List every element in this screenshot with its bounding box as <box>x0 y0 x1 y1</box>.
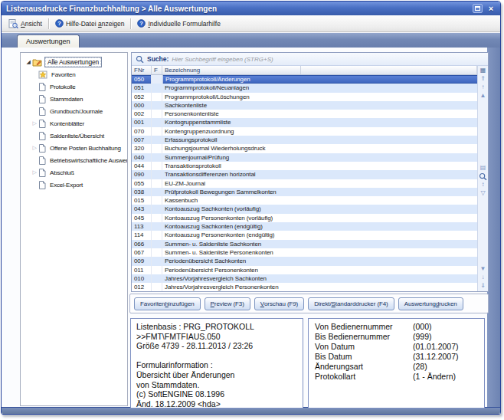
table-row[interactable]: 011Periodenübersicht Personenkonten <box>132 266 477 274</box>
tree-item-abschluß[interactable]: ▷Abschluß <box>21 166 127 179</box>
table-row[interactable]: 001Kontogruppenstammliste <box>132 118 477 126</box>
cell-f <box>152 257 162 265</box>
column-header-bezeichnung[interactable]: Bezeichnung <box>162 66 301 74</box>
scroll-bottom-icon[interactable]: ⇓ <box>478 282 488 290</box>
table-row[interactable]: 114Kontoauszug Personenkonten (endgültig… <box>132 231 477 239</box>
column-header-f[interactable]: F <box>152 66 162 74</box>
scroll-top-icon[interactable]: ⇑ <box>478 75 488 83</box>
table-row[interactable]: 051Programmprotokoll/Neuanlagen <box>132 84 477 92</box>
tab-auswertungen[interactable]: Auswertungen <box>17 34 80 48</box>
restore-window-button[interactable] <box>473 4 483 13</box>
tree-item-grundbuch-journale[interactable]: Grundbuch/Journale <box>21 105 127 117</box>
table-row[interactable]: 043Kontoauszug Sachkonten (vorläufig) <box>132 205 477 213</box>
document-icon <box>38 144 46 153</box>
table-row[interactable]: 000Sachkontenliste <box>132 101 477 110</box>
tree-item-betriebswirtschaftliche-auswertungen[interactable]: Betriebswirtschaftliche Auswertungen <box>21 154 127 166</box>
tree-item-favoriten[interactable]: Favoriten <box>21 68 127 80</box>
tree-expanded-icon[interactable]: ◢ <box>25 59 32 65</box>
cell-f <box>152 205 162 213</box>
title-bar[interactable]: Listenausdrucke Finanzbuchhaltung > Alle… <box>2 2 500 15</box>
table-row[interactable]: 007Erfassungsprotokoll <box>132 136 477 144</box>
search-small-icon[interactable] <box>478 172 488 180</box>
table-row[interactable]: 320Buchungsjournal Wiederholungsdruck <box>132 144 477 153</box>
scroll-strip-bottom: ▼↓⇓ <box>478 265 488 290</box>
ansicht-button[interactable]: Ansicht <box>5 18 46 30</box>
tree-expand-icon[interactable]: ▷ <box>31 145 38 151</box>
cell-bezeichnung: Summen- u. Saldenliste Sachkonten <box>162 240 301 248</box>
table-row[interactable]: 052Programmprotokoll/Löschungen <box>132 93 477 101</box>
column-header-empty[interactable] <box>301 66 477 74</box>
preview-f3-button[interactable]: Preview (F3) <box>205 297 250 310</box>
cell-bezeichnung: EU-ZM-Journal <box>162 179 301 188</box>
table-row[interactable]: 067Summen- u. Saldenliste Personenkonten <box>132 248 477 257</box>
toolbar: Ansicht?Hilfe-Datei anzeigen?Individuell… <box>2 15 500 32</box>
form-info-line: Formularinformation : <box>136 360 299 370</box>
parameter-row-bis-datum: Bis Datum(31.12.2007) <box>315 352 479 362</box>
table-row[interactable]: 050Programmprotokoll/Änderungen <box>132 75 477 84</box>
scroll-strip-middle: ▤↕▽ <box>478 164 488 197</box>
column-options-icon[interactable]: ▦ <box>478 67 488 74</box>
vorschau-f9-button[interactable]: Vorschau (F9) <box>254 297 304 310</box>
cell-empty <box>301 144 477 153</box>
parameter-label: Protokollart <box>315 372 413 382</box>
tree-item-kontenblätter[interactable]: ▷Kontenblätter <box>21 117 127 130</box>
parameter-row-von-bedienernummer: Von Bedienernummer(000) <box>315 322 479 332</box>
search-input[interactable] <box>172 56 486 63</box>
page-up-icon[interactable]: ▲ <box>478 92 488 100</box>
table-row[interactable]: 066Summen- u. Saldenliste Sachkonten <box>132 240 477 248</box>
screen: Listenausdrucke Finanzbuchhaltung > Alle… <box>0 0 504 420</box>
parameter-value: (000) <box>413 322 432 332</box>
print-report-button[interactable]: Auswertung drucken <box>398 297 463 310</box>
close-button[interactable]: × <box>486 4 496 13</box>
column-header-fnr[interactable]: FNr <box>132 66 152 74</box>
table-row[interactable]: 070Kontengruppenzuordnung <box>132 127 477 136</box>
table-scroll-strip: ▦⇑↑▲▤↕▽▼↓⇓ <box>477 66 488 291</box>
cell-f <box>152 222 162 231</box>
tree-expand-icon[interactable]: ▷ <box>31 169 38 176</box>
table-row[interactable]: 044Transaktionsprotokoll <box>132 162 477 170</box>
parameter-label: Von Datum <box>315 342 413 352</box>
parameter-row-von-datum: Von Datum(01.01.2007) <box>315 342 479 352</box>
table-row[interactable]: 113Kontoauszug Sachkonten (endgültig) <box>132 222 477 231</box>
cell-bezeichnung: Periodenübersicht Sachkonten <box>162 257 301 265</box>
tree-item-label: Kontenblätter <box>48 120 86 127</box>
help-file-button[interactable]: ?Hilfe-Datei anzeigen <box>51 18 129 29</box>
filter-icon[interactable]: ▽ <box>478 189 488 197</box>
scroll-down-icon[interactable]: ↓ <box>478 274 488 281</box>
cell-fnr: 009 <box>132 257 152 265</box>
table-row[interactable]: 090Transaktionsdifferenzen horizontal <box>132 170 477 179</box>
table-row[interactable]: 055EU-ZM-Journal <box>132 179 477 188</box>
tree-item-saldenliste-übersicht[interactable]: Saldenliste/Übersicht <box>21 130 127 142</box>
table-row[interactable]: 010Jahres/Vorjahresvergleich Sachkonten <box>132 274 477 283</box>
individual-form-help-button[interactable]: ?Individuelle Formularhilfe <box>133 18 224 29</box>
sort-icon[interactable]: ↕ <box>478 181 488 189</box>
parameter-row-bis-bedienernummer: Bis Bedienernummer(999) <box>315 332 479 342</box>
close-icon: × <box>489 4 493 13</box>
tree-item-excel-export[interactable]: Excel-Export <box>21 179 127 191</box>
table-row[interactable]: 009Periodenübersicht Sachkonten <box>132 257 477 265</box>
table-row[interactable]: 015Kassenbuch <box>132 196 477 205</box>
add-favorites-button[interactable]: Favoriten hinzufügen <box>134 297 201 310</box>
table-row[interactable]: 040Summenjournal/Prüfung <box>132 153 477 162</box>
table-row[interactable]: 038Prüfprotokoll Bewegungen Sammelkonten <box>132 188 477 196</box>
table-row[interactable]: 045Kontoauszug Personenkonten (vorläufig… <box>132 214 477 222</box>
tree-root-alle-auswertungen[interactable]: ◢Alle Auswertungen <box>21 56 127 68</box>
cell-bezeichnung: Jahres/Vorjahresvergleich Sachkonten <box>162 274 301 283</box>
cell-f <box>152 266 162 274</box>
tree-expand-icon[interactable]: ▷ <box>31 120 38 126</box>
tree-item-protokolle[interactable]: Protokolle <box>21 80 127 93</box>
cell-fnr: 010 <box>132 274 152 283</box>
scroll-up-icon[interactable]: ↑ <box>478 84 488 91</box>
cell-bezeichnung: Personenkontenliste <box>162 110 301 118</box>
cell-empty <box>301 153 477 162</box>
direct-standard-printer-f4-button[interactable]: Direkt/Standarddrucker (F4) <box>308 297 394 310</box>
tree-item-offene-posten-buchhaltung[interactable]: ▷Offene Posten Buchhaltung <box>21 142 127 154</box>
table-row[interactable]: 002Personenkontenliste <box>132 110 477 118</box>
svg-text:?: ? <box>140 20 144 27</box>
table-row[interactable]: 012Jahres/Vorjahresvergleich Personenkon… <box>132 283 477 291</box>
cell-f <box>152 153 162 162</box>
list-view-icon[interactable]: ▤ <box>478 164 488 172</box>
tree-item-stammdaten[interactable]: Stammdaten <box>21 93 127 105</box>
individual-form-help-button-label: Individuelle Formularhilfe <box>148 20 221 28</box>
page-down-icon[interactable]: ▼ <box>478 265 488 273</box>
